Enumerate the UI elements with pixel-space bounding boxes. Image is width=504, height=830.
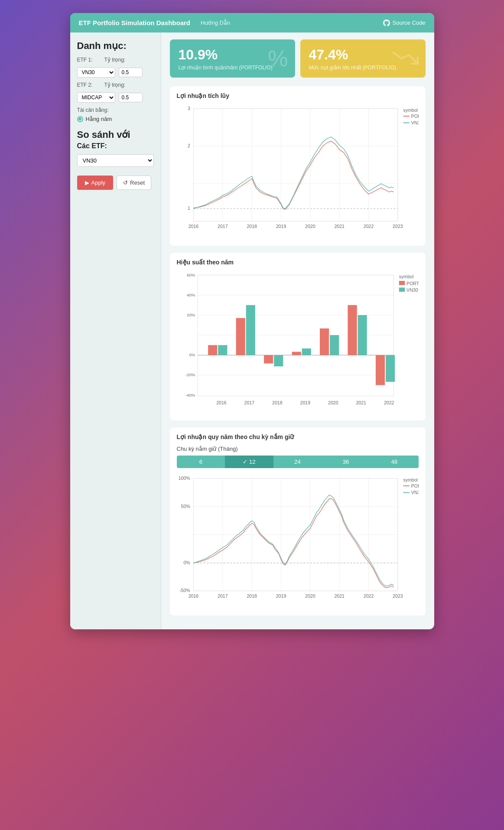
holding-period-label: Chu kỳ nắm giữ (Tháng) xyxy=(177,446,419,452)
svg-rect-68 xyxy=(399,288,404,292)
svg-rect-56 xyxy=(274,355,283,367)
svg-rect-64 xyxy=(385,355,394,382)
weight1-label: Tỷ trọng: xyxy=(104,57,126,63)
compare-title: So sánh với xyxy=(77,129,154,140)
svg-rect-0 xyxy=(193,109,397,221)
svg-text:symbol: symbol xyxy=(399,274,413,280)
tab-24[interactable]: 24 xyxy=(273,456,322,468)
svg-text:100%: 100% xyxy=(178,475,190,481)
svg-text:2022: 2022 xyxy=(363,593,374,599)
svg-text:2021: 2021 xyxy=(334,224,345,229)
tab-12[interactable]: ✓ 12 xyxy=(225,456,273,468)
drawdown-card: 47.4% Mức sụt giảm lớn nhất (PORTFOLIO) xyxy=(300,39,426,78)
svg-text:PORTFOLIO: PORTFOLIO xyxy=(411,114,418,119)
apply-button[interactable]: ▶ Apply xyxy=(77,176,114,190)
svg-text:PORTFOLIO: PORTFOLIO xyxy=(406,281,419,286)
refresh-icon: ↺ xyxy=(123,179,128,186)
svg-rect-66 xyxy=(399,281,404,285)
return-card: 10.9% Lợi nhuận bình quân/năm (PORTFOLIO… xyxy=(170,39,295,78)
chart3-title: Lợi nhuận quy năm theo chu kỳ nắm giữ xyxy=(177,433,419,440)
svg-text:2016: 2016 xyxy=(188,224,198,229)
svg-text:3: 3 xyxy=(187,106,190,111)
svg-text:-20%: -20% xyxy=(185,373,195,378)
svg-text:0%: 0% xyxy=(189,352,195,357)
rebalance-label: Tái cân bằng: xyxy=(77,107,154,113)
svg-text:2016: 2016 xyxy=(216,400,227,405)
rebalance-option[interactable]: Hằng năm xyxy=(77,116,154,122)
weight2-label: Tỷ trọng: xyxy=(104,82,126,88)
svg-text:50%: 50% xyxy=(181,504,190,509)
svg-text:2020: 2020 xyxy=(305,593,315,599)
svg-text:40%: 40% xyxy=(187,293,195,297)
etf1-label: ETF 1: xyxy=(77,57,101,63)
etf2-label: ETF 2: xyxy=(77,82,101,88)
etf1-row: ETF 1: Tỷ trọng: xyxy=(77,57,154,63)
svg-rect-54 xyxy=(246,305,255,355)
compare-subtitle: Các ETF: xyxy=(77,142,154,150)
svg-rect-57 xyxy=(292,352,301,355)
rebalance-option-label: Hằng năm xyxy=(86,116,112,122)
portfolio-title: Danh mục: xyxy=(77,40,154,52)
chart1-container: 3 2 1 2016 2017 2018 2019 2020 2021 2022… xyxy=(177,104,419,240)
guide-link[interactable]: Hướng Dẫn xyxy=(201,20,230,26)
dashboard: ETF Portfolio Simulation Dashboard Hướng… xyxy=(70,13,434,629)
trend-down-icon xyxy=(393,46,419,72)
svg-text:2019: 2019 xyxy=(276,224,286,229)
svg-rect-60 xyxy=(330,335,339,355)
tab-36[interactable]: 36 xyxy=(322,456,370,468)
svg-text:0%: 0% xyxy=(183,560,190,565)
svg-text:2020: 2020 xyxy=(328,400,338,405)
chart1-title: Lợi nhuận tích lũy xyxy=(177,92,419,99)
etf2-inputs: MIDCAP VN30 VNINDEX VN100 xyxy=(77,92,154,103)
svg-text:2017: 2017 xyxy=(218,224,228,229)
chart2-container: 60% 40% 20% 0% -20% -40% 2016 2017 2018 … xyxy=(177,271,419,414)
svg-text:60%: 60% xyxy=(187,273,195,277)
svg-text:2018: 2018 xyxy=(272,400,283,405)
reset-button[interactable]: ↺ Reset xyxy=(117,176,151,190)
svg-rect-62 xyxy=(358,315,367,355)
weight2-input[interactable] xyxy=(119,93,143,102)
svg-text:2: 2 xyxy=(187,143,190,148)
radio-button[interactable] xyxy=(77,116,83,122)
svg-text:2021: 2021 xyxy=(356,400,366,405)
chart1-section: Lợi nhuận tích lũy xyxy=(170,86,426,246)
compare-select[interactable]: VN30 MIDCAP VNINDEX VN100 xyxy=(77,154,154,167)
chart2-section: Hiệu suất theo năm xyxy=(170,253,426,420)
tab-6[interactable]: 6 xyxy=(177,456,225,468)
chart2-title: Hiệu suất theo năm xyxy=(177,259,419,266)
svg-text:2019: 2019 xyxy=(300,400,310,405)
svg-rect-63 xyxy=(375,355,384,385)
svg-text:2016: 2016 xyxy=(188,593,198,599)
svg-rect-52 xyxy=(218,345,227,355)
etf1-inputs: VN30 MIDCAP VNINDEX VN100 xyxy=(77,67,154,78)
svg-text:-40%: -40% xyxy=(185,393,195,397)
header-left: ETF Portfolio Simulation Dashboard Hướng… xyxy=(79,19,231,26)
percent-icon: % xyxy=(268,46,288,72)
etf2-select[interactable]: MIDCAP VN30 VNINDEX VN100 xyxy=(77,92,115,103)
tab-48[interactable]: 48 xyxy=(370,456,419,468)
svg-text:VN30: VN30 xyxy=(406,287,418,293)
svg-text:2023: 2023 xyxy=(393,593,403,599)
svg-text:20%: 20% xyxy=(187,312,195,317)
svg-text:2021: 2021 xyxy=(334,593,345,599)
source-code-link[interactable]: Source Code xyxy=(383,20,426,26)
svg-text:2023: 2023 xyxy=(393,224,403,229)
svg-text:-50%: -50% xyxy=(179,588,190,593)
svg-rect-61 xyxy=(348,305,357,355)
source-code-label: Source Code xyxy=(393,20,426,26)
chart3-container: 100% 50% 0% -50% 2016 2017 2018 2019 202… xyxy=(177,474,419,609)
svg-text:2018: 2018 xyxy=(247,224,257,229)
app-title: ETF Portfolio Simulation Dashboard xyxy=(79,19,191,26)
svg-text:2019: 2019 xyxy=(276,593,286,599)
weight1-input[interactable] xyxy=(119,68,143,77)
chart3-section: Lợi nhuận quy năm theo chu kỳ nắm giữ Ch… xyxy=(170,427,426,615)
main-content: Danh mục: ETF 1: Tỷ trọng: VN30 MIDCAP V… xyxy=(70,33,434,629)
svg-rect-59 xyxy=(319,329,328,355)
etf1-select[interactable]: VN30 MIDCAP VNINDEX VN100 xyxy=(77,67,115,78)
svg-text:symbol: symbol xyxy=(403,108,418,113)
svg-text:PORTFOLIO: PORTFOLIO xyxy=(411,483,418,488)
svg-text:2018: 2018 xyxy=(247,593,257,599)
metric-cards: 10.9% Lợi nhuận bình quân/năm (PORTFOLIO… xyxy=(170,39,426,78)
svg-rect-53 xyxy=(236,318,245,355)
svg-text:2017: 2017 xyxy=(218,593,228,599)
